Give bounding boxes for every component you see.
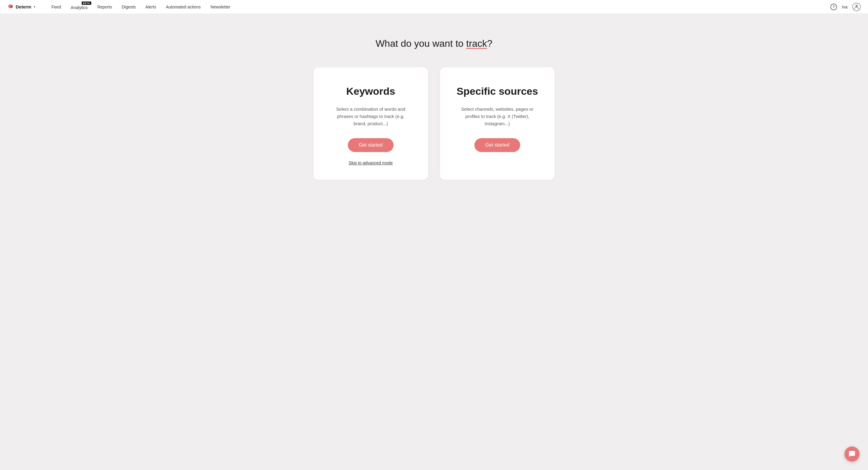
navbar: Determ ▾ Feed BETA Analytics Reports Dig…	[0, 0, 868, 14]
navbar-right: ? Iva	[830, 3, 861, 11]
keywords-card-title: Keywords	[346, 85, 396, 97]
nav-items: Feed BETA Analytics Reports Digests Aler…	[47, 2, 831, 12]
cards-container: Keywords Select a combination of words a…	[299, 67, 569, 180]
brand-name: Determ	[16, 4, 31, 9]
nav-alerts[interactable]: Alerts	[141, 3, 160, 11]
specific-sources-card: Specific sources Select channels, websit…	[440, 67, 555, 180]
page-title-prefix: What do you want to	[375, 38, 466, 49]
nav-reports[interactable]: Reports	[93, 3, 116, 11]
logo[interactable]: Determ ▾	[7, 4, 35, 10]
user-avatar[interactable]	[852, 3, 861, 11]
page-title-suffix: ?	[487, 38, 493, 49]
nav-newsletter[interactable]: Newsletter	[206, 3, 235, 11]
user-avatar-icon	[853, 4, 860, 10]
keywords-card: Keywords Select a combination of words a…	[313, 67, 428, 180]
nav-automated-actions[interactable]: Automated actions	[161, 3, 205, 11]
specific-sources-get-started-button[interactable]: Get started	[474, 138, 520, 152]
user-name[interactable]: Iva	[842, 4, 847, 9]
svg-point-0	[855, 4, 858, 7]
help-button[interactable]: ?	[830, 4, 837, 10]
keywords-get-started-button[interactable]: Get started	[348, 138, 393, 152]
chat-icon	[848, 450, 856, 458]
page-title: What do you want to track?	[375, 38, 493, 49]
specific-sources-card-title: Specific sources	[457, 85, 538, 97]
page-title-highlight: track	[466, 38, 487, 49]
main-content: What do you want to track? Keywords Sele…	[0, 14, 868, 198]
brand-caret: ▾	[34, 5, 35, 8]
keywords-card-description: Select a combination of words and phrase…	[332, 106, 410, 127]
beta-badge: BETA	[82, 1, 91, 5]
nav-digests[interactable]: Digests	[118, 3, 140, 11]
specific-sources-card-description: Select channels, websites, pages or prof…	[458, 106, 536, 127]
logo-icon	[7, 4, 14, 10]
nav-analytics[interactable]: BETA Analytics	[67, 2, 92, 12]
chat-button[interactable]	[844, 446, 860, 462]
skip-to-advanced-mode-link[interactable]: Skip to advanced mode	[349, 160, 393, 165]
nav-feed[interactable]: Feed	[47, 3, 65, 11]
